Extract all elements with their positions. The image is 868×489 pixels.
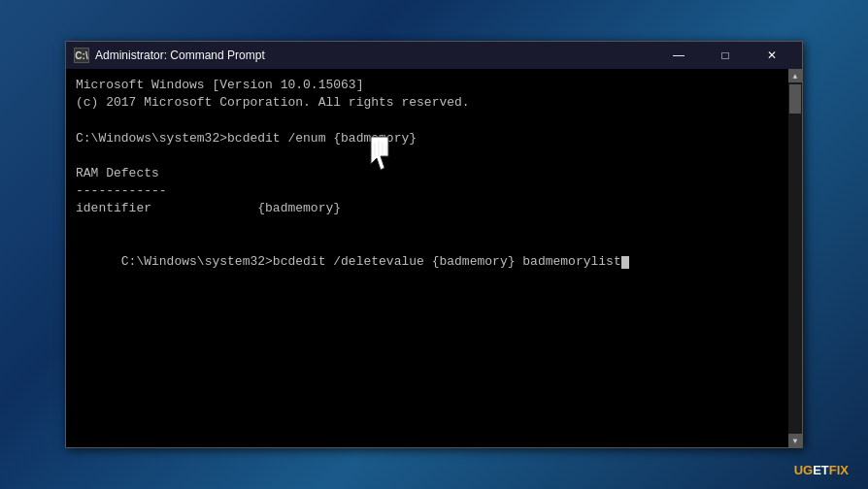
terminal-cursor bbox=[621, 256, 629, 269]
badge-u: UG bbox=[794, 463, 814, 477]
window-icon: C:\ bbox=[74, 48, 89, 63]
terminal-line-5 bbox=[76, 147, 792, 165]
window-controls: — □ ✕ bbox=[656, 42, 794, 69]
terminal-area[interactable]: Microsoft Windows [Version 10.0.15063] (… bbox=[66, 69, 802, 447]
terminal-line-1: Microsoft Windows [Version 10.0.15063] bbox=[76, 77, 792, 94]
terminal-line-3 bbox=[76, 112, 792, 129]
window-title: Administrator: Command Prompt bbox=[95, 49, 656, 62]
terminal-line-10: C:\Windows\system32>bcdedit /deletevalue… bbox=[76, 236, 792, 289]
terminal-line-8: identifier {badmemory} bbox=[76, 200, 792, 217]
badge-fix: FIX bbox=[829, 463, 849, 477]
terminal-line-9 bbox=[76, 218, 792, 236]
badge-get: ET bbox=[813, 463, 829, 477]
minimize-button[interactable]: — bbox=[656, 42, 701, 69]
ugetfix-logo: UGETFIX bbox=[794, 463, 849, 477]
title-bar: C:\ Administrator: Command Prompt — □ ✕ bbox=[66, 42, 802, 69]
scroll-down-arrow[interactable]: ▼ bbox=[788, 434, 802, 447]
terminal-line-4: C:\Windows\system32>bcdedit /enum {badme… bbox=[76, 130, 792, 147]
terminal-line-7: ------------ bbox=[76, 182, 792, 200]
scrollbar-thumb[interactable] bbox=[789, 84, 801, 114]
scrollbar[interactable]: ▲ ▼ bbox=[788, 69, 802, 447]
cmd-window: C:\ Administrator: Command Prompt — □ ✕ … bbox=[65, 41, 803, 448]
maximize-button[interactable]: □ bbox=[703, 42, 748, 69]
terminal-line-6: RAM Defects bbox=[76, 165, 792, 182]
scrollbar-track bbox=[788, 82, 802, 434]
terminal-prompt-text: C:\Windows\system32>bcdedit /deletevalue… bbox=[121, 254, 621, 269]
scroll-up-arrow[interactable]: ▲ bbox=[788, 69, 802, 82]
terminal-line-2: (c) 2017 Microsoft Corporation. All righ… bbox=[76, 94, 792, 112]
close-button[interactable]: ✕ bbox=[750, 42, 794, 69]
